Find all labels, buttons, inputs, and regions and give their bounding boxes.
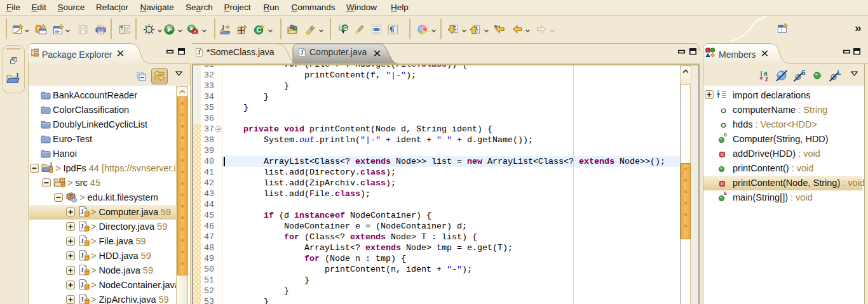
- svg-text:G: G: [343, 25, 348, 31]
- svg-text:J: J: [15, 72, 19, 79]
- svg-text:»: »: [855, 21, 862, 34]
- svg-text:C: C: [257, 27, 262, 34]
- svg-text:S: S: [801, 69, 806, 76]
- svg-text:L: L: [837, 69, 841, 76]
- svg-text:z: z: [765, 76, 768, 83]
